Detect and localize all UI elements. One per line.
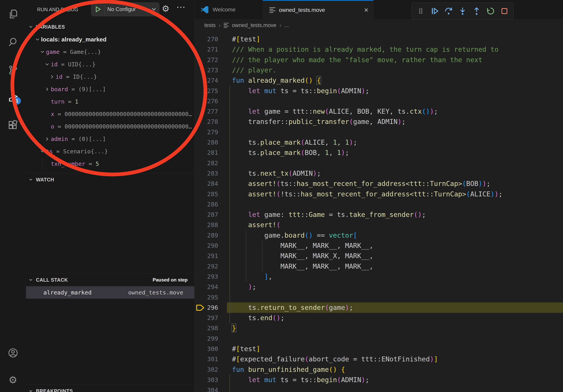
line-number[interactable]: 290 (194, 240, 218, 251)
restart-button[interactable] (486, 6, 495, 16)
chevron-down-icon[interactable] (39, 49, 46, 54)
line-number[interactable]: 297 (194, 313, 218, 323)
chevron-down-icon[interactable] (39, 149, 46, 154)
line-number[interactable]: 281 (194, 147, 218, 158)
line-number[interactable]: 303 (194, 375, 218, 385)
code-line-301[interactable]: 301#[expected_failure(abort_code = ttt::… (194, 354, 563, 364)
code-line-272[interactable]: 272/// the player who made the "false" m… (194, 55, 563, 65)
code-line-273[interactable]: 273/// player. (194, 65, 563, 75)
step-into-button[interactable] (458, 6, 467, 16)
code-line-302[interactable]: 302fun burn_unfinished_game() { (194, 364, 563, 375)
code-line-299[interactable]: 299 (194, 333, 563, 344)
line-number[interactable]: 286 (194, 199, 218, 210)
code-line-288[interactable]: 288 assert!( (194, 220, 563, 230)
code-line-297[interactable]: 297 ts.end(); (194, 313, 563, 323)
line-number[interactable]: 280 (194, 137, 218, 148)
line-number[interactable]: 300 (194, 344, 218, 354)
code-line-274[interactable]: 274fun already_marked() { (194, 75, 563, 86)
code-line-292[interactable]: 292 MARK__, MARK__, MARK__, (194, 261, 563, 272)
chevron-down-icon[interactable] (34, 37, 41, 42)
chevron-down-icon[interactable] (44, 62, 51, 67)
variable-row[interactable]: id = ID{...} (26, 70, 194, 83)
code-line-276[interactable]: 276 (194, 96, 563, 106)
code-line-277[interactable]: 277 let game = ttt::new(ALICE, BOB, KEY,… (194, 106, 563, 117)
chevron-right-icon[interactable] (49, 74, 56, 79)
line-number[interactable]: 279 (194, 127, 218, 137)
code-line-304[interactable]: 304 (194, 385, 563, 392)
breakpoints-section-header[interactable]: BREAKPOINTS (26, 385, 194, 392)
line-number[interactable]: 276 (194, 96, 218, 106)
line-number[interactable]: 292 (194, 261, 218, 272)
code-line-296[interactable]: 296 ts.return_to_sender(game); (194, 302, 563, 313)
watch-section-header[interactable]: WATCH (26, 173, 194, 186)
search-icon[interactable] (8, 37, 19, 48)
line-number[interactable]: 283 (194, 168, 218, 179)
line-number[interactable]: 293 (194, 271, 218, 282)
settings-gear-icon[interactable]: ⚙ (8, 374, 19, 385)
breadcrumb-file[interactable]: owned_tests.move (232, 22, 276, 28)
variable-row[interactable]: game = Game{...} (26, 46, 194, 58)
code-line-284[interactable]: 284 assert!(ts::has_most_recent_for_addr… (194, 178, 563, 189)
line-number[interactable]: 270 (194, 34, 218, 44)
tab-welcome[interactable]: Welcome (194, 0, 263, 19)
line-number[interactable]: 285 (194, 189, 218, 199)
code-line-289[interactable]: 289 game.board() == vector[ (194, 230, 563, 241)
explorer-icon[interactable] (8, 9, 19, 20)
line-number[interactable]: 288 (194, 220, 218, 230)
code-line-300[interactable]: 300#[test] (194, 344, 563, 354)
code-line-295[interactable]: 295 (194, 292, 563, 303)
chevron-right-icon[interactable] (44, 87, 51, 92)
more-actions-icon[interactable]: ⋯ (176, 1, 186, 12)
breadcrumb-symbol[interactable]: ... (284, 22, 289, 28)
step-over-button[interactable] (444, 6, 453, 16)
call-stack-frame-row[interactable]: already_marked owned_tests.move (26, 286, 194, 299)
debug-settings-gear-icon[interactable]: ⚙ (162, 3, 169, 14)
line-number[interactable]: 294 (194, 282, 218, 292)
code-line-293[interactable]: 293 ], (194, 271, 563, 282)
variables-section-header[interactable]: VARIABLES (26, 21, 194, 33)
variable-row[interactable]: admin = (0)[...] (26, 133, 194, 145)
variable-row[interactable]: id = UID{...} (26, 58, 194, 70)
code-line-285[interactable]: 285 assert!(!ts::has_most_recent_for_add… (194, 189, 563, 199)
line-number[interactable]: 277 (194, 106, 218, 117)
code-editor[interactable]: 270#[test]271/// When a position is alre… (194, 31, 563, 392)
source-control-icon[interactable] (8, 64, 19, 75)
code-line-281[interactable]: 281 ts.place_mark(BOB, 1, 1); (194, 147, 563, 158)
code-line-270[interactable]: 270#[test] (194, 34, 563, 44)
run-and-debug-icon[interactable]: 1 (8, 92, 19, 103)
extensions-icon[interactable] (8, 120, 19, 131)
line-number[interactable]: 301 (194, 354, 218, 364)
code-line-283[interactable]: 283 ts.next_tx(ADMIN); (194, 168, 563, 179)
stop-button[interactable] (500, 6, 509, 16)
code-line-279[interactable]: 279 (194, 127, 563, 137)
variable-row[interactable]: locals: already_marked (26, 33, 194, 46)
variable-row[interactable]: o = 000000000000000000000000000000000000… (26, 120, 194, 133)
code-line-286[interactable]: 286 (194, 199, 563, 210)
line-number[interactable]: 302 (194, 364, 218, 375)
line-number[interactable]: 274 (194, 75, 218, 86)
variable-row[interactable]: turn = 1 (26, 95, 194, 108)
close-icon[interactable]: × (364, 6, 368, 14)
line-number[interactable]: 298 (194, 323, 218, 333)
variable-row[interactable]: x = 000000000000000000000000000000000000… (26, 108, 194, 120)
line-number[interactable]: 275 (194, 86, 218, 96)
call-stack-section-header[interactable]: CALL STACK Paused on step (26, 274, 194, 286)
line-number[interactable]: 278 (194, 117, 218, 127)
code-line-271[interactable]: 271/// When a position is already marked… (194, 44, 563, 55)
chevron-right-icon[interactable] (44, 136, 51, 142)
code-line-303[interactable]: 303 let mut ts = ts::begin(ADMIN); (194, 375, 563, 385)
line-number[interactable]: 304 (194, 385, 218, 392)
continue-button[interactable] (430, 6, 439, 16)
line-number[interactable]: 296 (194, 302, 218, 313)
line-number[interactable]: 273 (194, 65, 218, 75)
code-line-275[interactable]: 275 let mut ts = ts::begin(ADMIN); (194, 86, 563, 96)
line-number[interactable]: 295 (194, 292, 218, 303)
code-line-287[interactable]: 287 let game: ttt::Game = ts.take_from_s… (194, 209, 563, 220)
line-number[interactable]: 282 (194, 158, 218, 168)
tab-owned-tests-move[interactable]: owned_tests.move × (263, 0, 374, 19)
code-line-290[interactable]: 290 MARK__, MARK__, MARK__, (194, 240, 563, 251)
code-line-291[interactable]: 291 MARK__, MARK_X, MARK__, (194, 251, 563, 261)
code-line-278[interactable]: 278 transfer::public_transfer(game, ADMI… (194, 117, 563, 127)
account-icon[interactable] (8, 347, 19, 358)
line-number[interactable]: 299 (194, 333, 218, 344)
